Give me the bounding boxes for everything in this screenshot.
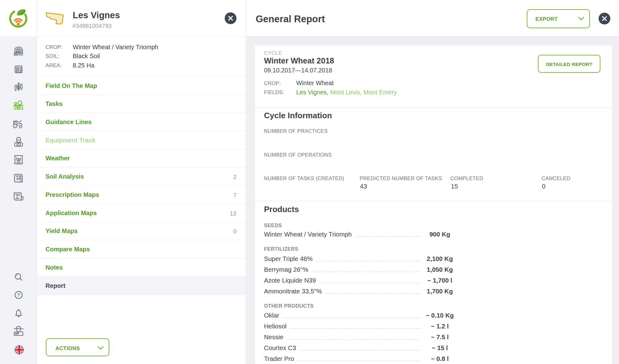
svg-text:?: ? bbox=[17, 292, 20, 297]
